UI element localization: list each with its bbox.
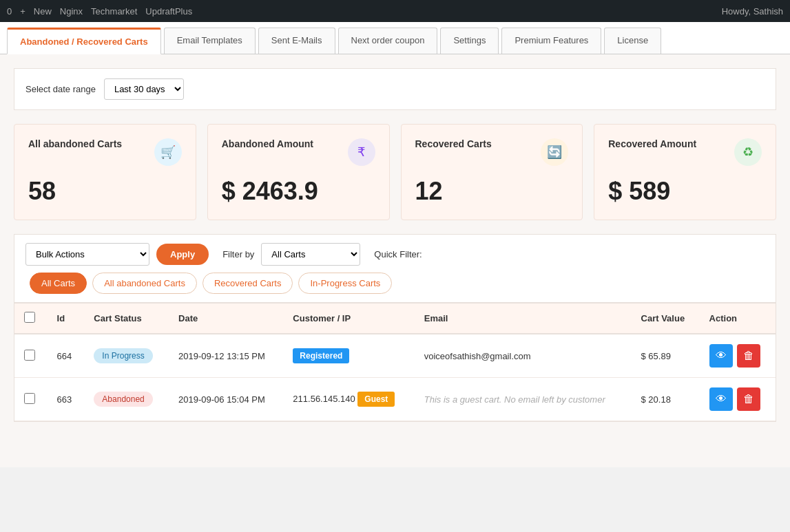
stat-card-header: Recovered Amount ♻ — [608, 138, 762, 166]
table-wrap: IdCart StatusDateCustomer / IPEmailCart … — [14, 303, 776, 422]
customer-ip: 211.56.145.140 — [293, 394, 357, 404]
filter-by-label: Filter by — [222, 249, 254, 259]
admin-bar-item[interactable]: Techmarket — [91, 6, 137, 17]
row-id: 663 — [48, 378, 85, 421]
status-badge: Abandoned — [94, 392, 152, 407]
bulk-actions-select[interactable]: Bulk Actions — [25, 243, 149, 266]
view-button[interactable]: 👁 — [709, 344, 733, 368]
tab-next-order-coupon[interactable]: Next order coupon — [338, 28, 438, 54]
col-header-6: Cart Value — [632, 304, 700, 334]
stat-card-value: $ 2463.9 — [222, 177, 375, 206]
admin-bar-item[interactable]: + — [20, 6, 25, 17]
stat-card-value: 58 — [28, 177, 182, 206]
stat-card-icon: ₹ — [348, 138, 375, 166]
row-cart-value: $ 20.18 — [632, 378, 700, 421]
row-date: 2019-09-06 15:04 PM — [169, 378, 283, 421]
customer-type-badge: Guest — [357, 392, 395, 407]
stat-card-value: 12 — [415, 177, 569, 206]
stat-card-all-abandoned: All abandoned Carts 🛒 58 — [14, 124, 196, 220]
action-icons: 👁 🗑 — [709, 387, 766, 411]
row-status: In Progress — [84, 334, 169, 378]
stat-card-title: Abandoned Amount — [222, 138, 313, 149]
tabs-nav: Abandoned / Recovered CartsEmail Templat… — [0, 22, 790, 54]
stat-card-abandoned-amount: Abandoned Amount ₹ $ 2463.9 — [207, 124, 390, 220]
date-range-select[interactable]: Last 7 daysLast 30 daysLast 90 daysLast … — [104, 78, 184, 100]
table-row: 664In Progress2019-09-12 13:15 PMRegiste… — [14, 334, 776, 378]
table-header: IdCart StatusDateCustomer / IPEmailCart … — [14, 304, 776, 334]
stat-card-icon: ♻ — [734, 138, 762, 166]
col-header-4: Customer / IP — [283, 304, 414, 334]
action-icons: 👁 🗑 — [709, 344, 766, 368]
stat-card-header: Abandoned Amount ₹ — [222, 138, 375, 166]
row-checkbox[interactable] — [24, 350, 35, 361]
col-header-0 — [14, 304, 48, 334]
row-action: 👁 🗑 — [700, 378, 776, 421]
stat-card-header: All abandoned Carts 🛒 — [28, 138, 182, 166]
date-filter-row: Select date range Last 7 daysLast 30 day… — [14, 68, 776, 110]
actions-row: Bulk Actions Apply Filter by All CartsAb… — [14, 234, 776, 303]
row-cart-value: $ 65.89 — [632, 334, 700, 378]
col-header-7: Action — [700, 304, 776, 334]
stat-card-recovered-carts: Recovered Carts 🔄 12 — [401, 124, 583, 220]
row-customer: 211.56.145.140 Guest — [283, 378, 414, 421]
stat-card-value: $ 589 — [608, 177, 762, 206]
stat-card-title: All abandoned Carts — [28, 138, 122, 149]
row-id: 664 — [48, 334, 85, 378]
stat-card-header: Recovered Carts 🔄 — [415, 138, 569, 166]
delete-button[interactable]: 🗑 — [737, 387, 760, 411]
stat-card-icon: 🔄 — [541, 138, 568, 166]
row-date: 2019-09-12 13:15 PM — [169, 334, 283, 378]
apply-button[interactable]: Apply — [156, 244, 209, 265]
admin-bar-item[interactable]: UpdraftPlus — [145, 6, 192, 17]
row-status: Abandoned — [84, 378, 169, 421]
status-badge: In Progress — [94, 348, 152, 363]
table-row: 663Abandoned2019-09-06 15:04 PM211.56.14… — [14, 378, 776, 421]
delete-button[interactable]: 🗑 — [737, 344, 760, 368]
quick-filter-label: Quick Filter: — [374, 249, 422, 259]
admin-bar-item[interactable]: New — [34, 6, 52, 17]
carts-table: IdCart StatusDateCustomer / IPEmailCart … — [14, 304, 776, 421]
filter-by-select[interactable]: All CartsAbandoned CartsRecovered CartsI… — [261, 243, 360, 266]
col-header-2: Cart Status — [84, 304, 169, 334]
admin-bar-item[interactable]: Nginx — [60, 6, 83, 17]
stat-card-title: Recovered Amount — [608, 138, 696, 149]
quick-filter-in-progress-carts[interactable]: In-Progress Carts — [298, 273, 392, 294]
tab-settings[interactable]: Settings — [440, 28, 499, 54]
row-email: voiceofsathish@gmail.com — [415, 334, 632, 378]
tab-abandoned-recovered[interactable]: Abandoned / Recovered Carts — [7, 28, 161, 54]
row-checkbox-cell — [14, 334, 48, 378]
stats-row: All abandoned Carts 🛒 58 Abandoned Amoun… — [14, 124, 776, 220]
tab-sent-emails[interactable]: Sent E-Mails — [258, 28, 335, 54]
admin-bar: 0 + New Nginx Techmarket UpdraftPlus How… — [0, 0, 790, 22]
row-customer: Registered — [283, 334, 414, 378]
view-button[interactable]: 👁 — [709, 387, 733, 411]
admin-bar-item: 0 — [7, 6, 12, 17]
stat-card-title: Recovered Carts — [415, 138, 492, 149]
row-checkbox[interactable] — [24, 393, 35, 404]
date-filter-label: Select date range — [25, 84, 96, 94]
quick-filter-all-carts[interactable]: All Carts — [30, 273, 87, 294]
quick-filters: All CartsAll abandoned CartsRecovered Ca… — [30, 273, 392, 294]
stat-card-icon: 🛒 — [154, 138, 182, 166]
col-header-5: Email — [415, 304, 632, 334]
table-body: 664In Progress2019-09-12 13:15 PMRegiste… — [14, 334, 776, 421]
content-area: Select date range Last 7 daysLast 30 day… — [0, 54, 790, 467]
col-header-1: Id — [48, 304, 85, 334]
row-checkbox-cell — [14, 378, 48, 421]
customer-type-badge: Registered — [293, 348, 349, 363]
tab-premium-features[interactable]: Premium Features — [501, 28, 601, 54]
quick-filter-recovered-carts-qf[interactable]: Recovered Carts — [202, 273, 293, 294]
quick-filter-all-abandoned-carts[interactable]: All abandoned Carts — [92, 273, 197, 294]
tab-email-templates[interactable]: Email Templates — [164, 28, 256, 54]
row-email: This is a guest cart. No email left by c… — [415, 378, 632, 421]
select-all-checkbox[interactable] — [24, 312, 35, 323]
admin-bar-howdy: Howdy, Sathish — [722, 6, 783, 17]
tab-license[interactable]: License — [604, 28, 661, 54]
row-action: 👁 🗑 — [700, 334, 776, 378]
stat-card-recovered-amount: Recovered Amount ♻ $ 589 — [594, 124, 776, 220]
col-header-3: Date — [169, 304, 283, 334]
